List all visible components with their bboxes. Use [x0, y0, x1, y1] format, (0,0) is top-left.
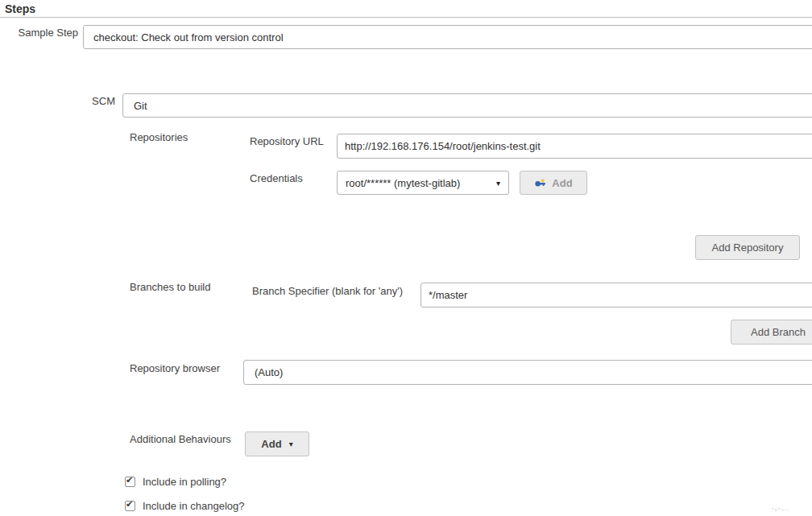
include-in-changelog-checkbox[interactable]: ✔: [125, 501, 135, 511]
include-in-polling-checkbox[interactable]: ✔: [125, 477, 135, 487]
branch-specifier-label: Branch Specifier (blank for 'any'): [252, 285, 403, 297]
section-title: Steps: [5, 2, 35, 15]
add-repository-label: Add Repository: [712, 241, 784, 254]
scm-label: SCM: [0, 95, 115, 107]
add-repository-button[interactable]: Add Repository: [695, 235, 800, 260]
repository-url-label: Repository URL: [250, 135, 324, 147]
branches-section-label: Branches to build: [130, 281, 210, 293]
watermark: ^v^~--: [772, 507, 789, 512]
sample-step-label: Sample Step: [0, 27, 78, 39]
steps-form: Steps Sample Step checkout: Check out fr…: [0, 0, 812, 516]
additional-behaviours-label: Additional Behaviours: [130, 433, 231, 445]
add-credentials-label: Add: [552, 177, 572, 189]
repository-browser-label: Repository browser: [130, 362, 220, 374]
repository-browser-value: (Auto): [255, 366, 283, 378]
include-in-changelog-label: Include in changelog?: [143, 500, 245, 512]
sample-step-value: checkout: Check out from version control: [93, 31, 284, 43]
add-branch-label: Add Branch: [751, 326, 806, 338]
repository-browser-select[interactable]: (Auto): [243, 360, 812, 385]
branch-specifier-value: */master: [429, 289, 467, 301]
checkmark-icon: ✔: [126, 499, 133, 510]
include-in-polling-label: Include in polling?: [143, 476, 226, 488]
additional-behaviours-add-button[interactable]: Add ▾: [245, 431, 309, 456]
credentials-label: Credentials: [250, 172, 303, 184]
checkmark-icon: ✔: [126, 475, 133, 485]
caret-down-icon: ▾: [289, 440, 293, 448]
credentials-select[interactable]: root/****** (mytest-gitlab) ▾: [337, 171, 509, 195]
repositories-section-label: Repositories: [130, 131, 188, 143]
dropdown-arrow-icon: ▾: [496, 179, 500, 188]
repository-url-value: http://192.168.176.154/root/jenkins-test…: [345, 140, 541, 152]
add-credentials-button[interactable]: Add: [520, 171, 587, 195]
sample-step-select[interactable]: checkout: Check out from version control: [83, 25, 812, 49]
scm-select[interactable]: Git: [122, 93, 812, 118]
credentials-value: root/****** (mytest-gitlab): [346, 177, 460, 189]
branch-specifier-input[interactable]: */master: [420, 283, 812, 308]
repository-url-input[interactable]: http://192.168.176.154/root/jenkins-test…: [337, 134, 812, 159]
key-icon: [534, 176, 547, 189]
scm-value: Git: [134, 100, 147, 112]
add-branch-button[interactable]: Add Branch: [731, 320, 812, 345]
section-divider: [0, 17, 812, 18]
additional-behaviours-add-label: Add: [261, 438, 281, 450]
